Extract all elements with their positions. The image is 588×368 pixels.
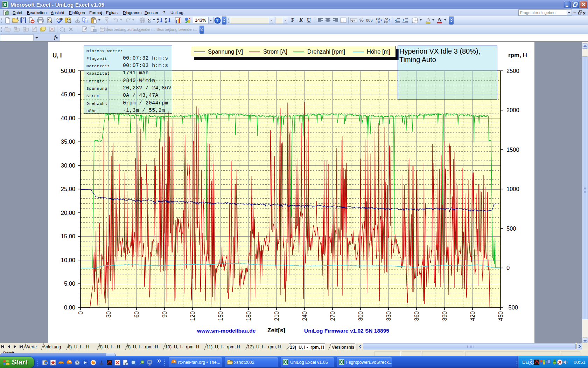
svg-text:20,00: 20,00 [61, 210, 75, 216]
svg-text:?: ? [216, 18, 219, 23]
svg-text:150: 150 [217, 311, 224, 321]
svg-text:500: 500 [506, 225, 516, 232]
svg-text:35,00: 35,00 [61, 138, 75, 145]
svg-text:420: 420 [469, 311, 476, 321]
svg-text:40,00: 40,00 [61, 115, 75, 121]
svg-text:1000: 1000 [506, 186, 519, 192]
svg-text:360: 360 [413, 311, 420, 321]
svg-text:15,00: 15,00 [61, 233, 75, 239]
svg-text:30,00: 30,00 [61, 162, 75, 169]
svg-text:0,00: 0,00 [64, 304, 75, 311]
svg-text:60: 60 [133, 311, 140, 318]
svg-text:€,0: €,0 [384, 20, 388, 23]
svg-text:5,00: 5,00 [64, 280, 75, 287]
svg-text:120: 120 [189, 311, 196, 321]
svg-text:,00: ,00 [376, 20, 380, 23]
svg-text:300: 300 [357, 311, 364, 321]
svg-text:2000: 2000 [506, 107, 519, 113]
svg-text:Z: Z [157, 20, 159, 23]
svg-text:50,00: 50,00 [61, 68, 75, 74]
svg-text:270: 270 [329, 311, 336, 321]
svg-text:a: a [342, 19, 344, 23]
svg-text:390: 390 [441, 311, 448, 321]
svg-text:2500: 2500 [506, 68, 519, 74]
svg-text:45,00: 45,00 [61, 91, 75, 97]
svg-text:10,00: 10,00 [61, 257, 75, 263]
svg-text:180: 180 [245, 311, 252, 321]
svg-text:Σ: Σ [148, 18, 151, 23]
svg-text:0: 0 [506, 265, 510, 271]
svg-text:0: 0 [77, 311, 84, 314]
svg-text:90: 90 [161, 311, 168, 318]
svg-text:1500: 1500 [506, 146, 519, 153]
svg-text:-500: -500 [506, 304, 518, 311]
svg-text:A: A [165, 20, 167, 23]
svg-text:25,00: 25,00 [61, 186, 75, 192]
svg-text:€¥: €¥ [351, 19, 355, 22]
svg-text:240: 240 [301, 311, 308, 321]
svg-text:330: 330 [385, 311, 392, 321]
svg-text:210: 210 [273, 311, 280, 321]
svg-text:30: 30 [105, 311, 112, 318]
svg-text:450: 450 [497, 311, 504, 321]
